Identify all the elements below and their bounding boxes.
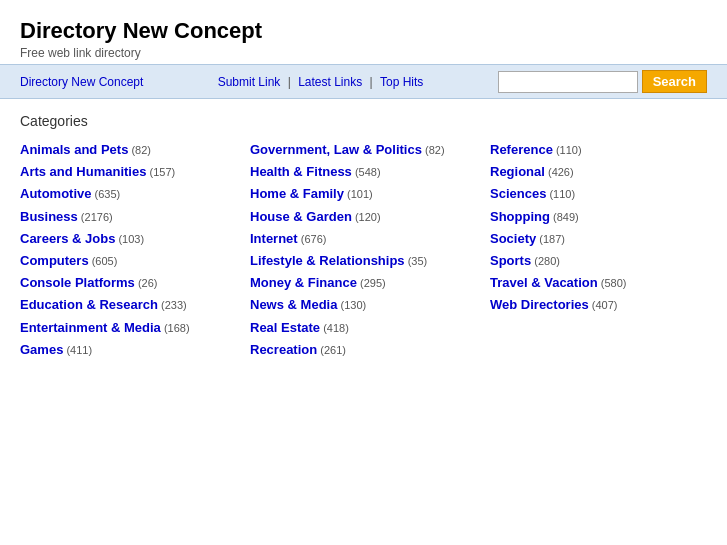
submit-link[interactable]: Submit Link xyxy=(218,75,281,89)
list-item: Business (2176) xyxy=(20,208,250,226)
list-item: Travel & Vacation (580) xyxy=(490,274,690,292)
site-title: Directory New Concept xyxy=(20,18,707,44)
categories-grid: Animals and Pets (82)Arts and Humanities… xyxy=(20,141,707,359)
category-link[interactable]: Animals and Pets xyxy=(20,142,128,157)
category-link[interactable]: Business xyxy=(20,209,78,224)
list-item: Careers & Jobs (103) xyxy=(20,230,250,248)
list-item: Console Platforms (26) xyxy=(20,274,250,292)
category-link[interactable]: Regional xyxy=(490,164,545,179)
search-area: Search xyxy=(498,70,707,93)
category-count: (110) xyxy=(546,188,575,200)
list-item: Arts and Humanities (157) xyxy=(20,163,250,181)
category-link[interactable]: Lifestyle & Relationships xyxy=(250,253,405,268)
category-count: (2176) xyxy=(78,211,113,223)
category-link[interactable]: Sciences xyxy=(490,186,546,201)
categories-title: Categories xyxy=(20,113,707,129)
category-link[interactable]: Government, Law & Politics xyxy=(250,142,422,157)
list-item: Automotive (635) xyxy=(20,185,250,203)
category-column-2: Government, Law & Politics (82)Health & … xyxy=(250,141,490,359)
category-link[interactable]: Health & Fitness xyxy=(250,164,352,179)
category-link[interactable]: Sports xyxy=(490,253,531,268)
list-item: Society (187) xyxy=(490,230,690,248)
category-link[interactable]: Web Directories xyxy=(490,297,589,312)
list-item: Government, Law & Politics (82) xyxy=(250,141,490,159)
category-link[interactable]: Travel & Vacation xyxy=(490,275,598,290)
category-count: (110) xyxy=(553,144,582,156)
category-link[interactable]: Society xyxy=(490,231,536,246)
separator-1: | xyxy=(288,75,294,89)
category-link[interactable]: Internet xyxy=(250,231,298,246)
category-link[interactable]: News & Media xyxy=(250,297,337,312)
nav-brand[interactable]: Directory New Concept xyxy=(20,75,143,89)
list-item: Shopping (849) xyxy=(490,208,690,226)
category-link[interactable]: Money & Finance xyxy=(250,275,357,290)
list-item: Reference (110) xyxy=(490,141,690,159)
category-count: (130) xyxy=(337,299,366,311)
category-column-3: Reference (110)Regional (426)Sciences (1… xyxy=(490,141,690,315)
list-item: Animals and Pets (82) xyxy=(20,141,250,159)
list-item: Sports (280) xyxy=(490,252,690,270)
category-link[interactable]: Careers & Jobs xyxy=(20,231,115,246)
category-count: (605) xyxy=(89,255,118,267)
list-item: Recreation (261) xyxy=(250,341,490,359)
separator-2: | xyxy=(370,75,376,89)
site-subtitle: Free web link directory xyxy=(20,46,707,60)
category-count: (849) xyxy=(550,211,579,223)
list-item: Games (411) xyxy=(20,341,250,359)
list-item: Money & Finance (295) xyxy=(250,274,490,292)
category-count: (120) xyxy=(352,211,381,223)
category-column-1: Animals and Pets (82)Arts and Humanities… xyxy=(20,141,250,359)
list-item: Web Directories (407) xyxy=(490,296,690,314)
category-count: (261) xyxy=(317,344,346,356)
category-count: (26) xyxy=(135,277,158,289)
category-count: (295) xyxy=(357,277,386,289)
category-count: (418) xyxy=(320,322,349,334)
category-link[interactable]: Games xyxy=(20,342,63,357)
category-link[interactable]: House & Garden xyxy=(250,209,352,224)
list-item: Lifestyle & Relationships (35) xyxy=(250,252,490,270)
list-item: Education & Research (233) xyxy=(20,296,250,314)
search-button[interactable]: Search xyxy=(642,70,707,93)
nav-bar: Directory New Concept Submit Link | Late… xyxy=(0,64,727,99)
category-count: (635) xyxy=(92,188,121,200)
category-count: (157) xyxy=(146,166,175,178)
category-count: (82) xyxy=(128,144,151,156)
category-link[interactable]: Education & Research xyxy=(20,297,158,312)
list-item: Internet (676) xyxy=(250,230,490,248)
category-count: (233) xyxy=(158,299,187,311)
list-item: Entertainment & Media (168) xyxy=(20,319,250,337)
category-count: (35) xyxy=(405,255,428,267)
category-link[interactable]: Home & Family xyxy=(250,186,344,201)
nav-links: Submit Link | Latest Links | Top Hits xyxy=(143,75,497,89)
list-item: Computers (605) xyxy=(20,252,250,270)
latest-links[interactable]: Latest Links xyxy=(298,75,362,89)
category-link[interactable]: Real Estate xyxy=(250,320,320,335)
category-link[interactable]: Shopping xyxy=(490,209,550,224)
list-item: Home & Family (101) xyxy=(250,185,490,203)
top-hits[interactable]: Top Hits xyxy=(380,75,423,89)
category-count: (280) xyxy=(531,255,560,267)
category-link[interactable]: Reference xyxy=(490,142,553,157)
list-item: House & Garden (120) xyxy=(250,208,490,226)
list-item: Health & Fitness (548) xyxy=(250,163,490,181)
category-link[interactable]: Arts and Humanities xyxy=(20,164,146,179)
category-count: (187) xyxy=(536,233,565,245)
category-link[interactable]: Computers xyxy=(20,253,89,268)
category-count: (426) xyxy=(545,166,574,178)
list-item: Real Estate (418) xyxy=(250,319,490,337)
category-link[interactable]: Entertainment & Media xyxy=(20,320,161,335)
list-item: News & Media (130) xyxy=(250,296,490,314)
list-item: Sciences (110) xyxy=(490,185,690,203)
category-link[interactable]: Console Platforms xyxy=(20,275,135,290)
category-count: (103) xyxy=(115,233,144,245)
content: Categories Animals and Pets (82)Arts and… xyxy=(0,99,727,373)
search-input[interactable] xyxy=(498,71,638,93)
category-count: (580) xyxy=(598,277,627,289)
category-link[interactable]: Recreation xyxy=(250,342,317,357)
list-item: Regional (426) xyxy=(490,163,690,181)
category-count: (548) xyxy=(352,166,381,178)
category-link[interactable]: Automotive xyxy=(20,186,92,201)
category-count: (411) xyxy=(63,344,92,356)
category-count: (407) xyxy=(589,299,618,311)
category-count: (101) xyxy=(344,188,373,200)
